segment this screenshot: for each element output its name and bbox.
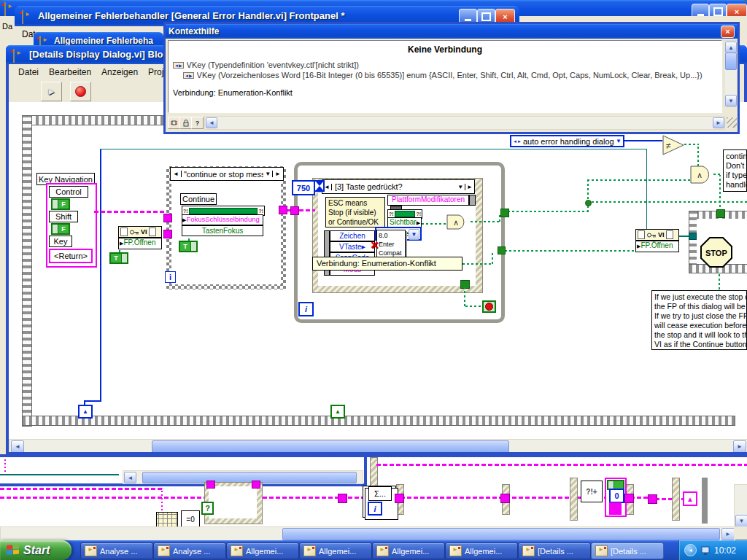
comment-stop-explanation[interactable]: If we just execute the stop dire the FP … — [651, 290, 747, 350]
shift-register-magenta[interactable]: ▲ — [683, 491, 697, 506]
boolean-constant-shift[interactable]: F — [51, 223, 70, 235]
scroll-thumb[interactable] — [282, 528, 720, 540]
timeout-terminal[interactable] — [314, 180, 325, 192]
property-fokus[interactable]: FokusSchlüsselbindung — [186, 215, 259, 223]
enum-constant-auto-error[interactable]: ◄► auto error handling dialog ▼ — [510, 135, 624, 147]
background-hscrollbar[interactable]: ► — [0, 526, 735, 541]
taskbar-button[interactable]: Allgemei... — [226, 542, 299, 559]
vi-invoke-node[interactable]: VI — [635, 229, 679, 241]
context-help-titlebar[interactable]: Kontexthilfe × — [166, 24, 738, 39]
loop-condition-terminal[interactable] — [482, 300, 496, 313]
clock[interactable]: 10:02 — [714, 545, 736, 556]
iteration-terminal[interactable]: i — [368, 502, 382, 516]
scroll-thumb[interactable] — [725, 52, 737, 70]
tunnel[interactable] — [252, 481, 260, 489]
boolean-true-constant[interactable]: T — [109, 252, 128, 264]
property-sichtbar[interactable]: Sichtbar — [390, 218, 417, 226]
scroll-left-icon[interactable]: ◄ — [11, 440, 24, 453]
stop-sign[interactable]: STOP — [700, 237, 732, 268]
scroll-left-icon[interactable]: ◄ — [124, 472, 136, 483]
details-hscrollbar[interactable]: ◄ ► — [9, 439, 747, 454]
event-selector-header[interactable]: ◄ [3] Taste gedrückt? ▼ ► — [322, 179, 475, 194]
ring-dropdown-icon[interactable]: ▼ — [409, 229, 419, 240]
abort-button[interactable] — [70, 82, 91, 101]
numeric-constant-zero[interactable]: 0 — [609, 489, 624, 503]
scroll-right-icon[interactable]: ► — [733, 440, 746, 453]
event-dropdown-icon[interactable]: ▼ — [456, 184, 465, 190]
vscrollbar[interactable]: ▼ — [734, 484, 747, 528]
scroll-down-icon[interactable]: ▼ — [725, 95, 737, 106]
resize-grip[interactable] — [727, 117, 737, 128]
taskbar-button-active[interactable]: [Details ... — [591, 542, 664, 559]
tray-icon[interactable] — [700, 545, 711, 556]
event-data-zeichen[interactable]: Zeichen — [339, 232, 365, 240]
run-button[interactable]: ► — [41, 82, 62, 101]
platform-modifiers-label[interactable]: PlattformModifikatoren — [392, 195, 465, 203]
and-gate[interactable]: ∧ — [690, 166, 714, 184]
wait-node[interactable]: Σ... — [368, 486, 392, 501]
continue-label[interactable]: Continue — [180, 193, 217, 205]
case-dropdown-icon[interactable]: ▼ — [263, 171, 272, 177]
case-label[interactable]: "continue or stop messag — [182, 170, 263, 179]
control-label[interactable]: Control — [49, 186, 88, 198]
tunnel[interactable] — [163, 214, 172, 222]
tunnel[interactable] — [716, 209, 725, 218]
tunnel[interactable] — [395, 494, 404, 503]
not-equal-gate[interactable]: ≠ — [662, 135, 685, 155]
shift-register-green[interactable]: ▲ — [330, 405, 345, 419]
tunnel[interactable] — [163, 230, 172, 238]
equal-zero-node[interactable]: =0 — [181, 510, 200, 528]
scroll-right-icon[interactable]: ► — [721, 528, 735, 540]
tunnel[interactable] — [500, 209, 509, 217]
lock-to-terminal-button[interactable] — [168, 117, 180, 129]
timeout-constant[interactable]: 750 — [292, 180, 315, 195]
taskbar-button[interactable]: Allgemei... — [372, 542, 445, 559]
comment-continue[interactable]: continu Don't a if type handle — [723, 149, 747, 192]
scroll-left-icon[interactable]: ◄ — [206, 117, 217, 128]
error-dialog-node[interactable]: ?!+ — [581, 481, 603, 502]
outer-loop-border-bottom[interactable] — [22, 416, 735, 426]
context-help-hscrollbar[interactable]: ◄ ► — [204, 116, 725, 130]
broken-wire-icon[interactable]: × — [371, 238, 385, 252]
lock-help-button[interactable] — [179, 117, 192, 129]
event-data-vtaste[interactable]: VTaste — [339, 243, 362, 251]
scroll-up-icon[interactable]: ▲ — [725, 42, 737, 53]
return-key-constant[interactable]: <Return> — [49, 249, 93, 263]
tunnel[interactable] — [338, 494, 347, 503]
case-selector-terminal[interactable]: i — [165, 271, 176, 283]
vi-method-fp-open[interactable]: ▶FP.Öffnen — [635, 241, 679, 252]
taskbar-button[interactable]: Analyse ... — [80, 542, 153, 559]
vi-invoke-node[interactable]: VI — [118, 226, 162, 238]
case-selector-header[interactable]: ◄ "continue or stop messag ▼ ► — [170, 167, 284, 181]
taskbar-button[interactable]: [Details ... — [518, 542, 591, 559]
shift-label[interactable]: Shift — [49, 211, 78, 222]
more-help-button[interactable]: ? — [191, 117, 204, 129]
scroll-down-icon[interactable]: ▼ — [735, 515, 747, 527]
event-label[interactable]: [3] Taste gedrückt? — [332, 182, 456, 191]
case-next-icon[interactable]: ► — [272, 171, 283, 177]
comment-esc[interactable]: ESC means Stop (if visible) or Continue/… — [325, 197, 385, 228]
close-button[interactable]: × — [721, 26, 735, 38]
shift-register-blue[interactable]: ▲ — [78, 405, 93, 419]
taskbar-button[interactable]: Allgemei... — [299, 542, 372, 559]
tunnel[interactable] — [689, 233, 697, 240]
scroll-right-icon[interactable]: ► — [713, 117, 724, 128]
key-label[interactable]: Key — [49, 236, 72, 247]
property-tastenfokus[interactable]: TastenFokus — [202, 227, 244, 235]
vi-method-fp-open[interactable]: ▶FP.Öffnen — [118, 238, 162, 249]
taskbar-button[interactable]: Analyse ... — [153, 542, 226, 559]
hide-icons-chevron[interactable]: ◄ — [684, 544, 697, 556]
and-gate[interactable]: ∧ — [446, 214, 471, 230]
outer-loop-border-left[interactable] — [22, 115, 32, 427]
enum-dropdown-icon[interactable]: ▼ — [614, 138, 623, 144]
boolean-constant-control[interactable]: F — [51, 198, 70, 210]
start-button[interactable]: Start — [0, 540, 71, 560]
scroll-thumb[interactable] — [152, 440, 509, 453]
tunnel[interactable] — [624, 494, 634, 503]
event-next-icon[interactable]: ► — [465, 184, 474, 190]
case-selector-terminal[interactable]: ? — [201, 502, 214, 515]
tunnel[interactable] — [279, 206, 287, 214]
iteration-terminal[interactable]: i — [298, 302, 314, 316]
tunnel[interactable] — [648, 494, 657, 504]
menu-bearbeiten[interactable]: Bearbeiten — [44, 65, 96, 79]
